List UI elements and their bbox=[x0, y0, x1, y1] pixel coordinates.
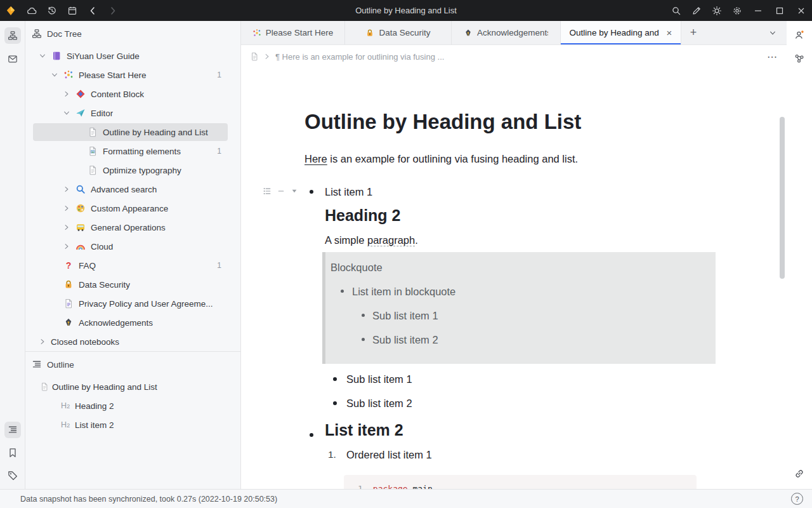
sub-list-item[interactable]: Sub list item 2 bbox=[325, 396, 716, 411]
list-item-2[interactable]: List item 2 1. Ordered list item 1 1pack… bbox=[304, 420, 716, 489]
minimize-button[interactable] bbox=[747, 0, 769, 21]
sub-item-text[interactable]: Sub list item 2 bbox=[346, 396, 716, 411]
go-back-button[interactable] bbox=[82, 0, 103, 21]
doctree-row[interactable]: FAQ1 bbox=[25, 256, 240, 275]
doc-label: Optimize typography bbox=[103, 166, 181, 175]
underlined-word[interactable]: paragraph bbox=[367, 234, 415, 246]
ordered-item-text[interactable]: Ordered list item 1 bbox=[346, 447, 716, 462]
blockquote[interactable]: Blockquote List item in blockquote Sub l… bbox=[322, 252, 716, 364]
sub-list-item[interactable]: Sub list item 1 bbox=[325, 371, 716, 387]
ordered-list-item[interactable]: 1. Ordered list item 1 bbox=[325, 447, 716, 462]
settings-button[interactable] bbox=[727, 0, 747, 21]
tab-close-icon[interactable]: × bbox=[667, 27, 672, 38]
dock-bookmark-button[interactable] bbox=[4, 444, 21, 461]
dock-outline-button[interactable] bbox=[4, 422, 21, 438]
chevron-right-icon[interactable] bbox=[62, 242, 71, 251]
dock-account-button[interactable] bbox=[793, 29, 806, 41]
bq-list-item[interactable]: List item in blockquote bbox=[331, 284, 705, 299]
breadcrumb-block-text[interactable]: ¶ Here is an example for outlining via f… bbox=[275, 52, 763, 62]
tab-list-menu-button[interactable] bbox=[759, 21, 787, 44]
doc-title-heading[interactable]: Outline by Heading and List bbox=[304, 109, 716, 135]
bq-sub-item-text[interactable]: Sub list item 1 bbox=[372, 308, 705, 323]
doctree-row[interactable]: Optimize typography bbox=[25, 161, 240, 180]
code-block[interactable]: 1package main bbox=[344, 475, 697, 489]
list-item-1-text[interactable]: List item 1 bbox=[325, 184, 716, 200]
daily-note-button[interactable] bbox=[62, 0, 82, 21]
dock-graph-button[interactable] bbox=[793, 52, 806, 65]
list-item-1[interactable]: List item 1 Heading 2 A simple paragraph… bbox=[304, 184, 716, 411]
chevron-right-icon[interactable] bbox=[38, 337, 47, 346]
close-button[interactable] bbox=[790, 0, 812, 21]
doc-tree-header[interactable]: Doc Tree bbox=[25, 21, 240, 46]
siyuan-logo-icon[interactable] bbox=[0, 0, 22, 21]
new-tab-button[interactable]: + bbox=[681, 21, 705, 44]
data-history-button[interactable] bbox=[42, 0, 62, 21]
list-heading-2[interactable]: List item 2 bbox=[325, 420, 716, 440]
outline-row[interactable]: H2Heading 2 bbox=[25, 396, 240, 415]
blockquote-text[interactable]: Blockquote bbox=[331, 260, 705, 275]
help-button[interactable]: ? bbox=[791, 493, 803, 505]
heading-2[interactable]: Heading 2 bbox=[325, 205, 716, 225]
doctree-row[interactable]: General Operations bbox=[25, 218, 240, 237]
tab[interactable]: Data Security bbox=[345, 21, 452, 44]
simple-paragraph[interactable]: A simple paragraph. bbox=[325, 232, 716, 248]
dock-backlinks-button[interactable] bbox=[793, 467, 806, 480]
bq-sub-list-item[interactable]: Sub list item 2 bbox=[331, 332, 705, 347]
outline-lines-icon bbox=[32, 359, 42, 370]
doctree-row[interactable]: Privacy Policy and User Agreeme... bbox=[25, 294, 240, 313]
list-gutter-icon[interactable] bbox=[263, 187, 272, 196]
chevron-right-icon[interactable] bbox=[62, 185, 71, 194]
search-button[interactable] bbox=[666, 0, 686, 21]
doctree-row[interactable]: Data Security bbox=[25, 275, 240, 294]
editor-scrollbar[interactable] bbox=[780, 117, 785, 279]
sub-item-text[interactable]: Sub list item 1 bbox=[346, 371, 716, 387]
file-icon[interactable] bbox=[250, 52, 259, 61]
doctree-row[interactable]: Advanced search bbox=[25, 180, 240, 199]
doctree-row[interactable]: Closed notebooks bbox=[25, 332, 240, 351]
chevron-down-icon[interactable] bbox=[62, 109, 71, 117]
editor[interactable]: Outline by Heading and List Here is an e… bbox=[241, 68, 787, 489]
dock-tag-button[interactable] bbox=[4, 467, 21, 484]
dock-inbox-button[interactable] bbox=[4, 51, 21, 67]
right-dock bbox=[787, 21, 812, 489]
doctree-row[interactable]: Editor bbox=[25, 104, 240, 123]
caret-down-icon[interactable] bbox=[291, 187, 298, 195]
org-chart-icon bbox=[8, 30, 18, 41]
heading-level-icon: H2 bbox=[61, 420, 74, 429]
edit-mode-button[interactable] bbox=[686, 0, 707, 21]
chevron-right-icon[interactable] bbox=[62, 223, 71, 232]
dock-doc-tree-button[interactable] bbox=[4, 27, 21, 44]
chevron-down-icon[interactable] bbox=[38, 51, 47, 60]
tab-bar: Please Start HereData SecurityAcknowledg… bbox=[241, 21, 787, 45]
outline-row[interactable]: Outline by Heading and List bbox=[25, 377, 240, 396]
chevron-down-icon[interactable] bbox=[50, 70, 59, 79]
bq-sub-list-item[interactable]: Sub list item 1 bbox=[331, 308, 705, 323]
doctree-row[interactable]: Formatting elements1 bbox=[25, 142, 240, 161]
doctree-row[interactable]: SiYuan User Guide bbox=[25, 46, 240, 65]
sync-cloud-button[interactable] bbox=[22, 0, 42, 21]
list-item-gutter-icon[interactable] bbox=[277, 187, 285, 195]
doctree-row[interactable]: Content Block bbox=[25, 84, 240, 104]
maximize-button[interactable] bbox=[769, 0, 790, 21]
intro-paragraph[interactable]: Here is an example for outlining via fus… bbox=[304, 150, 716, 167]
outline-header[interactable]: Outline bbox=[25, 351, 240, 377]
go-forward-button[interactable] bbox=[103, 0, 123, 21]
outline-row[interactable]: H2List item 2 bbox=[25, 415, 240, 434]
tab[interactable]: Please Start Here bbox=[241, 21, 345, 44]
anchor-link[interactable]: Here bbox=[304, 153, 327, 164]
rainbow-icon bbox=[75, 241, 86, 252]
tab-active[interactable]: Outline by Heading and List× bbox=[561, 21, 681, 44]
chevron-right-icon[interactable] bbox=[62, 204, 71, 213]
doctree-row[interactable]: Please Start Here1 bbox=[25, 65, 240, 84]
theme-appearance-button[interactable] bbox=[707, 0, 727, 21]
tab[interactable]: Acknowledgements bbox=[452, 21, 561, 44]
doctree-row[interactable]: Acknowledgements bbox=[25, 313, 240, 332]
doctree-row[interactable]: Cloud bbox=[25, 237, 240, 256]
bq-list-item-text[interactable]: List item in blockquote bbox=[352, 284, 705, 299]
bq-sub-item-text[interactable]: Sub list item 2 bbox=[372, 332, 705, 347]
more-icon[interactable]: ⋯ bbox=[767, 51, 778, 63]
chevron-right-icon[interactable] bbox=[62, 90, 71, 98]
doctree-row[interactable]: Custom Appearance bbox=[25, 199, 240, 218]
block-gutter bbox=[263, 187, 298, 196]
doctree-row-selected[interactable]: Outline by Heading and List bbox=[25, 123, 240, 142]
